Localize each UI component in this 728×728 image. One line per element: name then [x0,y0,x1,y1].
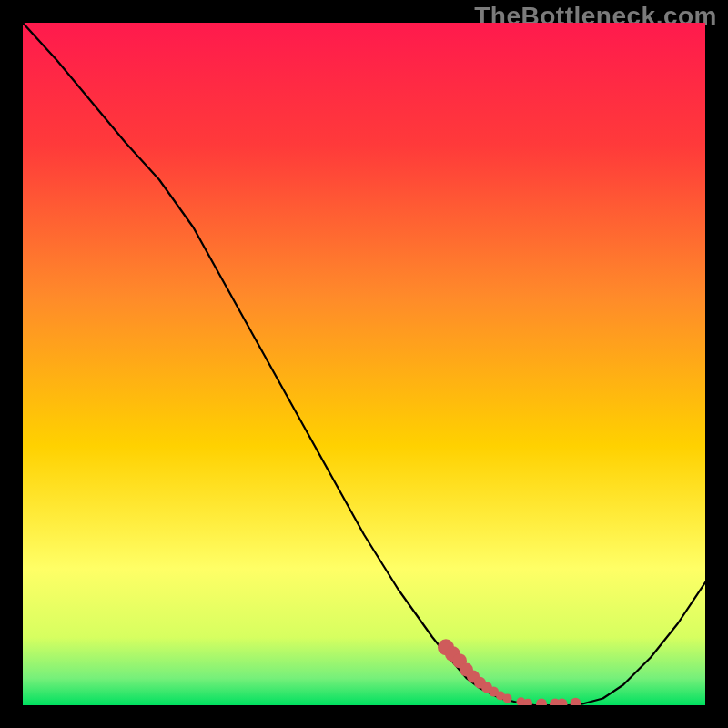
chart-root: TheBottleneck.com [0,0,728,728]
gradient-background [23,23,705,705]
plot-area [23,23,705,705]
highlight-dot [503,694,512,703]
chart-svg [23,23,705,705]
